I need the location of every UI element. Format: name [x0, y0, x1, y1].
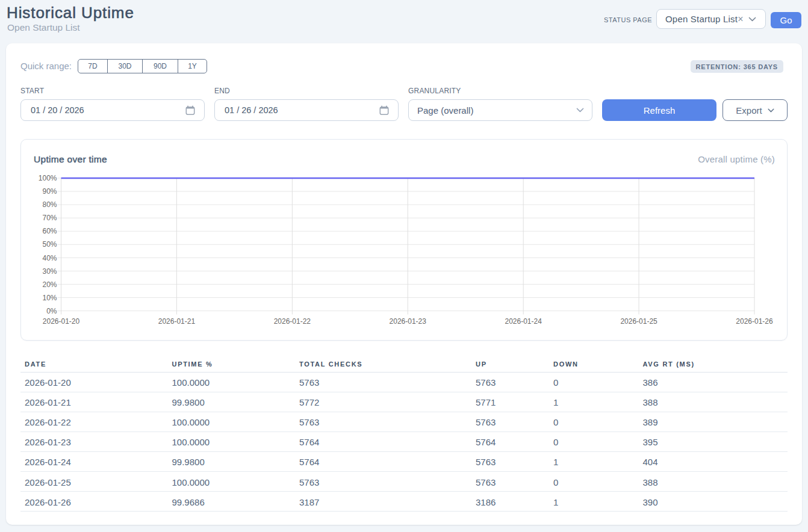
svg-text:20%: 20%	[42, 280, 57, 289]
svg-text:2026-01-24: 2026-01-24	[505, 317, 542, 326]
svg-text:40%: 40%	[42, 254, 57, 262]
svg-text:2026-01-20: 2026-01-20	[43, 317, 80, 326]
svg-text:0%: 0%	[46, 307, 57, 315]
svg-text:100%: 100%	[39, 174, 57, 182]
svg-text:60%: 60%	[42, 227, 57, 235]
svg-text:50%: 50%	[42, 240, 57, 249]
svg-text:30%: 30%	[42, 267, 57, 276]
svg-text:2026-01-21: 2026-01-21	[158, 317, 196, 326]
svg-text:90%: 90%	[42, 187, 57, 196]
svg-text:2026-01-26: 2026-01-26	[736, 317, 773, 326]
svg-text:80%: 80%	[42, 200, 57, 209]
svg-text:2026-01-25: 2026-01-25	[620, 317, 657, 326]
svg-text:2026-01-23: 2026-01-23	[390, 317, 427, 326]
svg-text:10%: 10%	[42, 294, 57, 302]
svg-text:70%: 70%	[42, 214, 57, 222]
svg-text:2026-01-22: 2026-01-22	[274, 317, 311, 326]
